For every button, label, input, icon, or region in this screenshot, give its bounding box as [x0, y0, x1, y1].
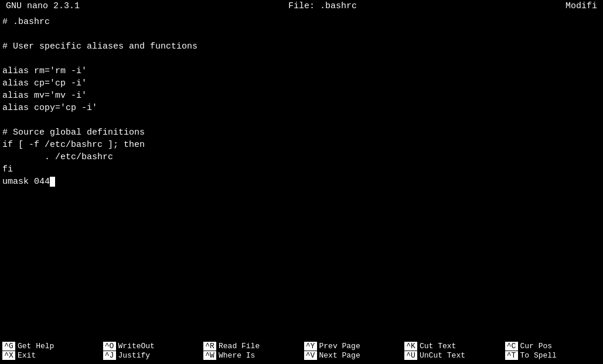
title-center: File: .bashrc — [288, 1, 357, 11]
shortcut-pair: ^OWriteOut^JJustify — [101, 341, 202, 362]
editor-line: # User specific aliases and functions — [2, 40, 601, 53]
editor-line — [2, 28, 601, 40]
editor-line: alias cp='cp -i' — [2, 77, 601, 90]
app: GNU nano 2.3.1 File: .bashrc Modifi # .b… — [0, 0, 603, 364]
editor-line: # .bashrc — [2, 16, 601, 28]
shortcut-label: Justify — [118, 351, 151, 360]
shortcut-item[interactable]: ^YPrev Page — [304, 342, 360, 351]
shortcut-pair: ^RRead File^WWhere Is — [201, 341, 302, 362]
shortcut-key: ^U — [404, 351, 417, 360]
shortcut-key: ^R — [203, 342, 216, 351]
shortcut-label: To Spell — [520, 351, 557, 360]
editor-line — [2, 114, 601, 126]
shortcut-key: ^O — [103, 342, 116, 351]
editor-line: . /etc/bashrc — [2, 151, 601, 163]
editor-line: alias rm='rm -i' — [2, 65, 601, 77]
shortcut-key: ^J — [103, 351, 116, 360]
shortcut-key: ^T — [505, 351, 518, 360]
shortcut-item[interactable]: ^VNext Page — [304, 351, 360, 360]
shortcut-label: Exit — [18, 351, 36, 360]
shortcut-key: ^K — [404, 342, 417, 351]
shortcut-key: ^W — [203, 351, 216, 360]
shortcut-bar: ^GGet Help^XExit^OWriteOut^JJustify^RRea… — [0, 338, 603, 364]
shortcut-key: ^X — [2, 351, 15, 360]
shortcut-label: Cut Text — [420, 342, 456, 351]
shortcut-label: Get Help — [18, 342, 54, 351]
shortcut-key: ^V — [304, 351, 317, 360]
editor-line — [2, 53, 601, 65]
shortcut-item[interactable]: ^TTo Spell — [505, 351, 557, 360]
editor-line: alias copy='cp -i' — [2, 102, 601, 114]
editor-line: umask 044 — [2, 176, 601, 188]
editor-line: alias mv='mv -i' — [2, 90, 601, 102]
shortcut-item[interactable]: ^JJustify — [103, 351, 151, 360]
shortcut-item[interactable]: ^UUnCut Text — [404, 351, 465, 360]
shortcut-label: Where Is — [219, 351, 255, 360]
shortcut-label: WriteOut — [118, 342, 155, 351]
shortcut-label: Next Page — [319, 351, 360, 360]
title-left: GNU nano 2.3.1 — [6, 1, 80, 11]
title-right: Modifi — [565, 1, 597, 11]
shortcut-pair: ^KCut Text^UUnCut Text — [402, 341, 503, 362]
shortcut-item[interactable]: ^GGet Help — [2, 342, 54, 351]
shortcut-label: Cur Pos — [520, 342, 553, 351]
shortcut-pair: ^CCur Pos^TTo Spell — [503, 341, 604, 362]
shortcut-pair: ^YPrev Page^VNext Page — [302, 341, 403, 362]
shortcut-key: ^Y — [304, 342, 317, 351]
shortcut-pair: ^GGet Help^XExit — [0, 341, 101, 362]
editor-line: fi — [2, 163, 601, 176]
shortcut-key: ^C — [505, 342, 518, 351]
shortcut-label: Prev Page — [319, 342, 360, 351]
editor-line: if [ -f /etc/bashrc ]; then — [2, 139, 601, 151]
title-bar: GNU nano 2.3.1 File: .bashrc Modifi — [0, 0, 603, 12]
shortcut-item[interactable]: ^XExit — [2, 351, 36, 360]
shortcut-label: UnCut Text — [420, 351, 465, 360]
shortcut-item[interactable]: ^CCur Pos — [505, 342, 553, 351]
shortcut-item[interactable]: ^OWriteOut — [103, 342, 155, 351]
editor-line: # Source global definitions — [2, 126, 601, 139]
shortcut-item[interactable]: ^WWhere Is — [203, 351, 255, 360]
editor-area[interactable]: # .bashrc # User specific aliases and fu… — [0, 12, 603, 336]
shortcut-item[interactable]: ^RRead File — [203, 342, 260, 351]
shortcut-label: Read File — [219, 342, 260, 351]
shortcut-item[interactable]: ^KCut Text — [404, 342, 456, 351]
shortcut-key: ^G — [2, 342, 15, 351]
